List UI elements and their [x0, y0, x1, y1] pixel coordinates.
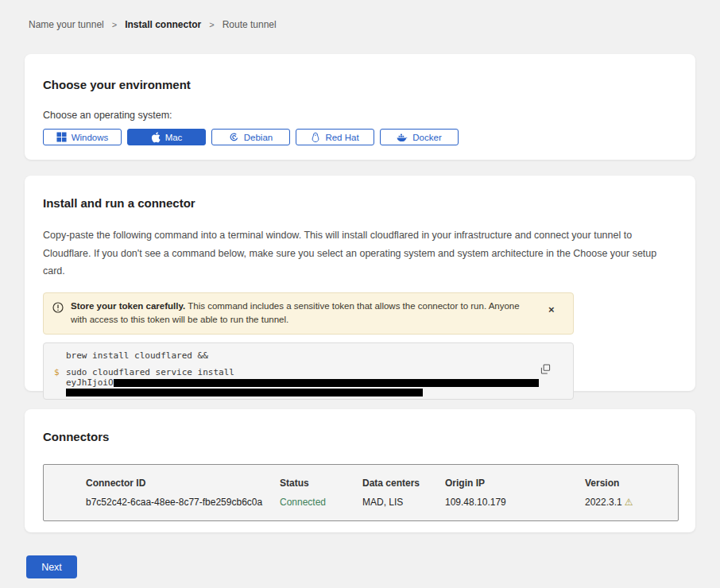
version-value: 2022.3.1 — [585, 497, 622, 508]
os-button-label: Mac — [165, 133, 183, 142]
copy-icon[interactable] — [539, 362, 552, 378]
install-description: Copy-paste the following command into a … — [43, 226, 675, 280]
token-warning-title: Store your token carefully. — [71, 301, 185, 311]
os-button-redhat[interactable]: Red Hat — [296, 129, 374, 145]
os-button-group: Windows Mac Debian — [43, 129, 677, 145]
table-header-row: Connector ID Status Data centers Origin … — [86, 478, 678, 489]
status-badge: Connected — [280, 497, 362, 508]
header-data-centers: Data centers — [362, 478, 445, 489]
breadcrumb-separator: > — [209, 20, 214, 29]
alert-circle-icon — [52, 302, 64, 316]
os-button-label: Windows — [72, 133, 109, 142]
code-line-2: sudo cloudflared service install — [66, 368, 234, 377]
install-card: Install and run a connector Copy-paste t… — [25, 176, 695, 391]
header-status: Status — [280, 478, 362, 489]
tux-penguin-icon — [311, 132, 320, 143]
apple-icon — [151, 132, 161, 143]
environment-card-title: Choose your environment — [43, 78, 677, 91]
os-button-mac[interactable]: Mac — [127, 129, 206, 145]
install-command-block: brew install cloudflared && $ sudo cloud… — [43, 342, 574, 400]
debian-icon — [229, 132, 239, 142]
cell-connector-id: b7c52c42-6caa-48ee-8c77-fbe259cb6c0a — [86, 497, 280, 508]
table-row: b7c52c42-6caa-48ee-8c77-fbe259cb6c0a Con… — [86, 497, 678, 508]
close-icon[interactable]: × — [545, 304, 558, 315]
redacted-token-bar — [114, 379, 539, 387]
environment-card: Choose your environment Choose an operat… — [25, 54, 695, 160]
connectors-card-title: Connectors — [43, 430, 677, 443]
os-button-label: Debian — [244, 133, 273, 142]
next-button[interactable]: Next — [26, 555, 77, 578]
header-version: Version — [585, 478, 678, 489]
header-connector-id: Connector ID — [86, 478, 280, 489]
docker-whale-icon — [397, 133, 408, 142]
os-button-debian[interactable]: Debian — [211, 129, 290, 145]
shell-prompt: $ — [54, 368, 66, 377]
token-warning-text: Store your token carefully. This command… — [71, 300, 538, 328]
windows-icon — [56, 132, 67, 142]
os-button-label: Red Hat — [325, 133, 358, 142]
install-card-title: Install and run a connector — [43, 196, 677, 210]
cell-version: 2022.3.1⚠ — [585, 497, 678, 508]
cell-origin-ip: 109.48.10.179 — [445, 497, 585, 508]
redacted-token-bar — [66, 389, 423, 397]
code-gutter — [54, 351, 66, 360]
breadcrumb-install-connector[interactable]: Install connector — [125, 19, 201, 30]
code-line-1: brew install cloudflared && — [66, 351, 208, 360]
breadcrumb: Name your tunnel > Install connector > R… — [0, 0, 720, 30]
breadcrumb-separator: > — [112, 20, 117, 29]
os-button-docker[interactable]: Docker — [380, 129, 459, 145]
os-select-label: Choose an operating system: — [43, 110, 677, 121]
connectors-table: Connector ID Status Data centers Origin … — [43, 464, 679, 521]
header-origin-ip: Origin IP — [445, 478, 585, 489]
cell-data-centers: MAD, LIS — [362, 497, 445, 508]
version-warning-icon: ⚠ — [625, 497, 633, 508]
connectors-card: Connectors Connector ID Status Data cent… — [25, 409, 695, 532]
os-button-windows[interactable]: Windows — [43, 129, 122, 145]
os-button-label: Docker — [412, 133, 441, 142]
token-prefix: eyJhIjoiO — [66, 377, 114, 388]
breadcrumb-route-tunnel[interactable]: Route tunnel — [223, 19, 277, 30]
token-warning-banner: Store your token carefully. This command… — [43, 292, 574, 335]
breadcrumb-name-your-tunnel[interactable]: Name your tunnel — [29, 19, 104, 30]
